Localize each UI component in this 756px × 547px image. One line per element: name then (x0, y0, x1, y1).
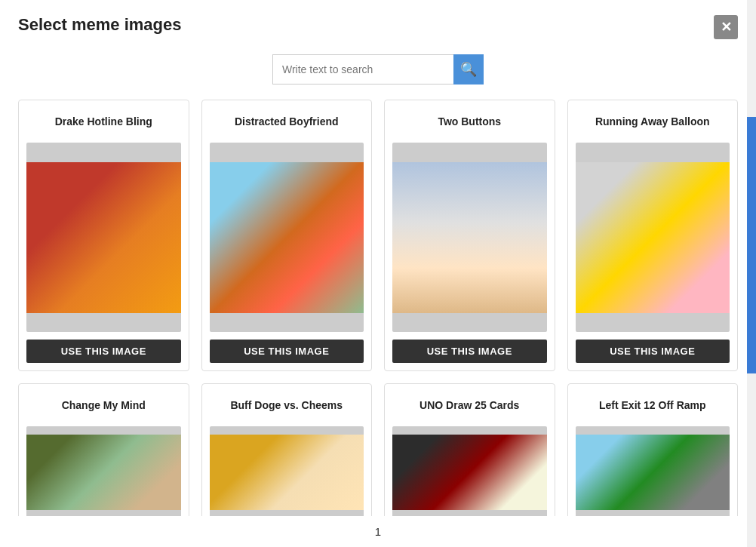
meme-grid: Drake Hotline Bling USE THIS IMAGE Distr… (18, 100, 738, 516)
meme-card-buffdoge: Buff Doge vs. Cheems (201, 383, 373, 516)
meme-image-twobuttons (392, 143, 547, 332)
meme-title-twobuttons: Two Buttons (438, 108, 501, 135)
close-button[interactable]: ✕ (714, 15, 738, 39)
use-button-distracted[interactable]: USE THIS IMAGE (210, 340, 364, 363)
meme-title-changemymind: Change My Mind (62, 392, 146, 419)
search-icon: 🔍 (460, 61, 477, 78)
search-input[interactable] (272, 54, 453, 85)
meme-title-buffdoge: Buff Doge vs. Cheems (230, 392, 343, 419)
meme-title-leftexit: Left Exit 12 Off Ramp (599, 392, 706, 419)
meme-image-balloon (576, 143, 730, 332)
pagination: 1 (0, 516, 756, 547)
meme-card-distracted: Distracted Boyfriend USE THIS IMAGE (201, 100, 373, 371)
close-icon: ✕ (721, 19, 732, 35)
use-button-balloon[interactable]: USE THIS IMAGE (576, 340, 730, 363)
meme-card-balloon: Running Away Balloon USE THIS IMAGE (567, 100, 739, 371)
meme-image-changemymind (26, 426, 181, 516)
meme-image-leftexit (576, 426, 730, 516)
meme-grid-wrapper: Drake Hotline Bling USE THIS IMAGE Distr… (0, 100, 756, 516)
meme-title-balloon: Running Away Balloon (595, 108, 710, 135)
meme-card-drake: Drake Hotline Bling USE THIS IMAGE (18, 100, 189, 371)
meme-card-changemymind: Change My Mind (18, 383, 189, 516)
meme-image-uno (392, 426, 547, 516)
meme-title-distracted: Distracted Boyfriend (235, 108, 339, 135)
meme-title-uno: UNO Draw 25 Cards (419, 392, 519, 419)
use-button-drake[interactable]: USE THIS IMAGE (26, 340, 181, 363)
meme-title-drake: Drake Hotline Bling (55, 108, 152, 135)
meme-card-uno: UNO Draw 25 Cards (384, 383, 555, 516)
use-button-twobuttons[interactable]: USE THIS IMAGE (392, 340, 547, 363)
modal-overlay: Select meme images ✕ 🔍 Drake Hotline Bli… (0, 0, 756, 547)
meme-image-distracted (210, 143, 364, 332)
page-number: 1 (375, 525, 381, 538)
meme-image-buffdoge (210, 426, 364, 516)
modal-header: Select meme images ✕ (0, 0, 756, 47)
modal-title: Select meme images (18, 15, 181, 35)
meme-card-leftexit: Left Exit 12 Off Ramp (567, 383, 739, 516)
meme-card-twobuttons: Two Buttons USE THIS IMAGE (384, 100, 555, 371)
scrollbar-thumb[interactable] (747, 117, 756, 373)
search-button[interactable]: 🔍 (453, 54, 484, 85)
scrollbar-track (747, 0, 756, 547)
meme-image-drake (26, 143, 181, 332)
search-area: 🔍 (0, 47, 756, 100)
